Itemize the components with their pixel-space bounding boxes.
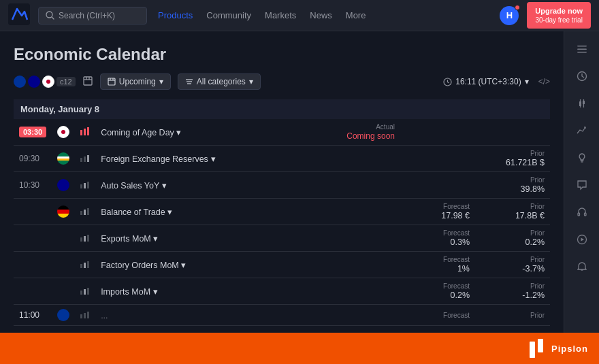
prior-col [475, 119, 550, 146]
svg-rect-34 [80, 130, 82, 135]
day-header-row: Monday, January 8 [14, 99, 550, 119]
prior-col: Prior [475, 305, 550, 326]
svg-rect-51 [87, 261, 89, 268]
svg-rect-10 [583, 101, 585, 104]
svg-rect-26 [108, 78, 115, 85]
prior-col: Prior 17.8B € [475, 199, 550, 225]
categories-filter[interactable]: All categories ▾ [178, 73, 261, 90]
pipslon-icon [530, 339, 546, 358]
country-flags[interactable]: c12 [14, 76, 76, 88]
svg-rect-15 [578, 213, 580, 216]
event-impact [75, 225, 95, 252]
svg-marker-18 [581, 238, 584, 242]
actual-col [339, 252, 400, 278]
event-flag [52, 305, 75, 326]
actual-col [339, 225, 400, 252]
actual-col [339, 146, 400, 172]
event-impact [75, 252, 95, 278]
embed-button[interactable]: </> [538, 77, 550, 86]
table-row: 09:30 Foreign Exchange Reserves ▾ Prior … [14, 146, 550, 172]
forecast-col: Forecast [400, 305, 475, 326]
chat-icon[interactable] [570, 173, 594, 197]
prior-col: Prior 0.2% [475, 225, 550, 252]
event-time [14, 225, 52, 252]
svg-rect-44 [84, 210, 86, 215]
svg-rect-52 [80, 291, 82, 295]
time-badge: 03:30 [19, 127, 46, 137]
actual-col [339, 199, 400, 225]
event-time: 11:00 [14, 305, 52, 326]
bell-icon[interactable] [570, 254, 594, 279]
flag-count[interactable]: c12 [56, 77, 76, 86]
clock-icon[interactable] [570, 64, 594, 88]
flag-eu[interactable] [14, 76, 26, 88]
flag-jp[interactable] [42, 76, 54, 88]
event-time: 03:30 [14, 119, 52, 146]
event-name: Auto Sales YoY ▾ [95, 172, 339, 199]
event-name: Foreign Exchange Reserves ▾ [95, 146, 339, 172]
actual-col [339, 305, 400, 326]
upgrade-button[interactable]: Upgrade now 30-day free trial [527, 2, 591, 29]
calendar-table: Monday, January 8 03:30 Coming of Age Da… [14, 99, 550, 326]
svg-rect-3 [577, 46, 587, 47]
event-time [14, 199, 52, 225]
upcoming-filter[interactable]: Upcoming ▾ [100, 73, 171, 90]
logo[interactable] [8, 3, 30, 27]
event-time [14, 252, 52, 278]
nav-markets[interactable]: Markets [265, 10, 296, 20]
svg-rect-49 [80, 264, 82, 268]
chart-line-icon[interactable] [570, 118, 594, 143]
event-flag [52, 199, 75, 225]
table-row: 10:30 Auto Sales YoY ▾ Prior 39.8% [14, 172, 550, 199]
actual-col [339, 172, 400, 199]
forecast-col: Forecast 0.3% [400, 225, 475, 252]
prior-col: Prior 39.8% [475, 172, 550, 199]
forecast-col [400, 172, 475, 199]
nav-links: Products Community Markets News More [158, 10, 366, 20]
table-row: Balance of Trade ▾ Forecast 17.98 € Prio… [14, 199, 550, 225]
actual-col [339, 278, 400, 305]
svg-rect-53 [84, 289, 86, 295]
prior-col: Prior -3.7% [475, 252, 550, 278]
svg-rect-45 [87, 208, 89, 215]
event-flag [52, 172, 75, 199]
calendar-view-icon[interactable] [82, 76, 93, 88]
headset-icon[interactable] [570, 200, 594, 225]
svg-rect-50 [84, 263, 86, 268]
svg-rect-39 [87, 155, 89, 162]
event-impact [75, 278, 95, 305]
table-row: Imports MoM ▾ Forecast 0.2% Prior -1.2% [14, 278, 550, 305]
svg-rect-35 [84, 129, 86, 135]
event-time [14, 278, 52, 305]
event-impact [75, 119, 95, 146]
page-title: Economic Calendar [14, 45, 550, 64]
event-impact [75, 172, 95, 199]
nav-community[interactable]: Community [206, 10, 251, 20]
avatar[interactable]: H [500, 6, 519, 25]
menu-icon[interactable] [570, 37, 594, 61]
table-row: 03:30 Coming of Age Day ▾ Actual Coming … [14, 119, 550, 146]
nav-products[interactable]: Products [158, 10, 193, 20]
event-name: Factory Orders MoM ▾ [95, 252, 339, 278]
nav-news[interactable]: News [310, 10, 332, 20]
svg-rect-59 [538, 339, 543, 352]
flag-au[interactable] [28, 76, 40, 88]
event-impact [75, 146, 95, 172]
nav-more[interactable]: More [346, 10, 366, 20]
right-sidebar: ? [564, 31, 599, 364]
svg-rect-40 [80, 184, 82, 188]
svg-rect-42 [87, 182, 89, 188]
svg-rect-56 [84, 313, 86, 318]
svg-rect-43 [80, 211, 82, 215]
bulb-icon[interactable] [570, 146, 594, 170]
event-name: Coming of Age Day ▾ [95, 119, 339, 146]
candle-icon[interactable] [570, 91, 594, 116]
search-bar[interactable]: Search (Ctrl+K) [38, 7, 147, 24]
table-row: Factory Orders MoM ▾ Forecast 1% Prior -… [14, 252, 550, 278]
time-filter[interactable]: 16:11 (UTC+3:30) ▾ [443, 77, 528, 86]
svg-rect-0 [8, 3, 30, 25]
event-time: 10:30 [14, 172, 52, 199]
table-row: 11:00 ... Forecast Prior [14, 305, 550, 326]
event-impact [75, 199, 95, 225]
play-icon[interactable] [570, 227, 594, 252]
